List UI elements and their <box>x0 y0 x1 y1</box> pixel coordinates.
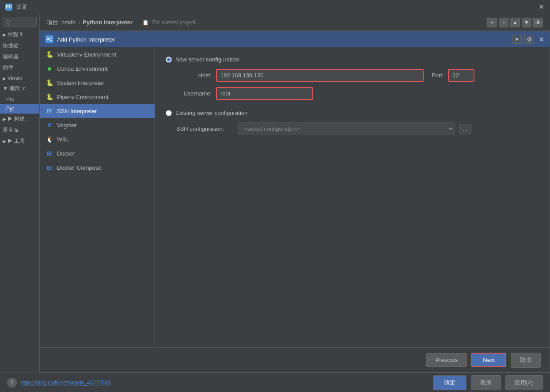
docker-compose-icon: ⊞ <box>46 164 53 171</box>
interp-item-virtualenv[interactable]: 🐍 Virtualenv Environment <box>40 47 155 61</box>
left-settings-panel: ▶ 外观 & 快捷键 编辑器 插件 ▶ Versio ▼ 项目: c Pro <box>0 14 40 373</box>
ok-button[interactable]: 确定 <box>433 375 467 390</box>
interp-item-docker[interactable]: ⊞ Docker <box>40 146 155 160</box>
next-button[interactable]: Next <box>471 353 506 367</box>
cancel-dialog-button[interactable]: 取消 <box>511 353 541 368</box>
content-area: 项目: cmdb › Python Interpreter 📋 For curr… <box>40 14 550 373</box>
cancel-main-button[interactable]: 取消 <box>471 375 501 390</box>
dialog-close-button[interactable]: ✕ <box>539 35 544 44</box>
host-input[interactable] <box>216 69 424 82</box>
docker-icon: ⊞ <box>46 149 53 157</box>
window-close-button[interactable]: ✕ <box>538 4 545 11</box>
settings-search-input[interactable] <box>3 17 37 27</box>
username-row: Username: <box>176 87 539 100</box>
pipenv-icon: 🐍 <box>46 93 53 101</box>
interp-item-pipenv[interactable]: 🐍 Pipenv Environment <box>40 90 155 104</box>
title-bar: PC 设置 ✕ <box>0 0 550 14</box>
arrow-icon: ▶ <box>3 117 6 122</box>
arrow-icon: ▶ <box>3 139 6 144</box>
breadcrumb-note: 📋 For current project <box>142 19 195 26</box>
existing-server-label: Existing server configuration <box>175 110 247 116</box>
window-title: 设置 <box>16 3 27 11</box>
dialog-title-icon: PC <box>46 35 53 43</box>
dialog-dropdown-button[interactable]: ▼ <box>512 35 522 44</box>
settings-window: PC 设置 ✕ ▶ 外观 & 快捷键 编辑器 插件 ▶ <box>0 0 550 392</box>
settings-search-container <box>0 14 39 29</box>
arrow-icon: ▶ <box>3 76 6 81</box>
remove-interpreter-button[interactable]: − <box>499 18 508 27</box>
sidebar-item-tools[interactable]: ▶ ▶ 工具 <box>0 136 39 147</box>
existing-server-radio[interactable] <box>166 110 172 116</box>
interp-item-wsl[interactable]: 🐧 WSL <box>40 132 155 146</box>
virtualenv-icon: 🐍 <box>46 50 53 58</box>
dialog-title: Add Python Interpreter <box>57 36 115 43</box>
interp-item-docker-compose[interactable]: ⊞ Docker Compose <box>40 160 155 175</box>
eye-button[interactable]: 👁 <box>533 18 543 27</box>
host-row: Host: Port: <box>176 69 539 82</box>
breadcrumb: 项目: cmdb › Python Interpreter 📋 For curr… <box>40 14 550 31</box>
dialog-body: 🐍 Virtualenv Environment ● Conda Environ… <box>40 47 550 347</box>
form-area: New server configuration Host: Port: <box>155 47 550 347</box>
ssh-config-label: SSH configuration: <box>176 126 234 132</box>
breadcrumb-page: Python Interpreter <box>83 19 133 26</box>
scroll-up-button[interactable]: ▲ <box>510 18 520 27</box>
ssh-config-row: SSH configuration: <select configuration… <box>176 122 539 135</box>
sidebar-item-version[interactable]: ▶ Versio <box>0 73 39 83</box>
port-input[interactable] <box>448 69 474 82</box>
app-icon: PC <box>5 4 12 11</box>
apply-button[interactable]: 应用(A) <box>505 375 543 390</box>
breadcrumb-project: 项目: cmdb <box>47 19 76 27</box>
previous-button[interactable]: Previous <box>426 353 467 367</box>
interp-item-vagrant[interactable]: V Vagrant <box>40 118 155 132</box>
ssh-config-select[interactable]: <select configuration> <box>238 122 455 135</box>
add-interpreter-button[interactable]: + <box>487 18 497 27</box>
main-body: ▶ 外观 & 快捷键 编辑器 插件 ▶ Versio ▼ 项目: c Pro <box>0 14 550 373</box>
settings-bottom-bar: ? https://blog.csdn.net/weixin_45777669 … <box>0 373 550 392</box>
ssh-config-browse-button[interactable]: ... <box>459 124 471 134</box>
dialog-footer: Previous Next 取消 <box>40 347 550 372</box>
scroll-down-button[interactable]: ▼ <box>522 18 531 27</box>
interp-item-ssh[interactable]: ⊞ SSH Interpreter <box>40 104 155 118</box>
new-server-label: New server configuration <box>175 56 239 63</box>
new-server-radio[interactable] <box>166 57 172 63</box>
sidebar-item-build[interactable]: ▶ ▶ 构建、 <box>0 114 39 125</box>
breadcrumb-sep: › <box>78 19 80 26</box>
sidebar-item-appearance[interactable]: ▶ 外观 & <box>0 29 39 40</box>
interp-item-system[interactable]: 🐍 System Interpreter <box>40 76 155 90</box>
system-icon: 🐍 <box>46 79 53 87</box>
sidebar-item-project-sub1[interactable]: Pro <box>0 94 39 104</box>
add-interpreter-dialog: PC Add Python Interpreter ▼ ⚙ ✕ <box>40 31 550 373</box>
ssh-icon: ⊞ <box>46 107 53 115</box>
host-label: Host: <box>176 72 212 79</box>
conda-icon: ● <box>46 65 53 72</box>
wsl-icon: 🐧 <box>46 135 53 143</box>
port-label: Port: <box>432 72 444 79</box>
dialog-title-bar: PC Add Python Interpreter ▼ ⚙ ✕ <box>40 31 550 47</box>
dialog-gear-button[interactable]: ⚙ <box>524 35 534 44</box>
username-input[interactable] <box>216 87 313 100</box>
interp-item-conda[interactable]: ● Conda Environment <box>40 61 155 76</box>
new-server-radio-row: New server configuration <box>166 56 539 63</box>
help-button[interactable]: ? <box>7 378 17 388</box>
sidebar-item-shortcuts[interactable]: 快捷键 <box>0 40 39 51</box>
vagrant-icon: V <box>46 121 53 129</box>
sidebar-item-plugins[interactable]: 插件 <box>0 62 39 73</box>
interpreter-type-list: 🐍 Virtualenv Environment ● Conda Environ… <box>40 47 155 347</box>
arrow-icon: ▶ <box>3 32 6 37</box>
sidebar-item-project[interactable]: ▼ 项目: c <box>0 83 39 94</box>
sidebar-item-editor[interactable]: 编辑器 <box>0 51 39 62</box>
sidebar-item-languages[interactable]: 语言 & <box>0 125 39 136</box>
dialog-container: PC Add Python Interpreter ▼ ⚙ ✕ <box>40 31 550 373</box>
status-url: https://blog.csdn.net/weixin_45777669 <box>20 380 110 386</box>
existing-server-radio-row: Existing server configuration <box>166 110 539 116</box>
sidebar-item-python-interpreter[interactable]: Pyt <box>0 104 39 114</box>
username-label: Username: <box>176 90 212 97</box>
